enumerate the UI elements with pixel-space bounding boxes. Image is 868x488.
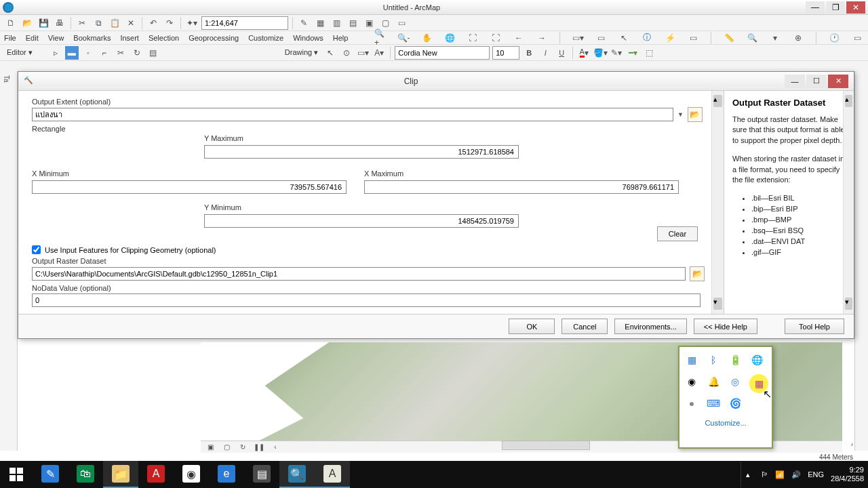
menu-insert[interactable]: Insert [120,34,139,42]
select-icon[interactable]: ↖ [323,46,337,60]
scroll-down-icon[interactable]: ▾ [845,298,852,310]
scale-input[interactable] [201,16,288,30]
split-icon[interactable]: ✂ [114,46,127,60]
ymax-input[interactable] [204,145,519,159]
menu-view[interactable]: View [48,34,64,42]
start-button[interactable] [0,461,33,488]
print-icon[interactable]: 🖶 [53,16,66,30]
environments-button[interactable]: Environments... [614,319,686,334]
new-icon[interactable]: 🗋 [4,16,18,30]
browse-extent-button[interactable]: 📂 [688,107,703,122]
tray-app-icon[interactable]: ▦ [684,352,699,367]
rotate-icon[interactable]: ↻ [130,46,144,60]
task-explorer[interactable]: 📁 [103,461,138,488]
left-panel-tab[interactable]: Ta [0,71,18,451]
help-scrollbar[interactable]: ▴ ▾ [843,91,854,314]
select-features-icon[interactable]: ▭▾ [571,31,585,45]
menu-windows[interactable]: Windows [293,34,323,42]
menu-edit[interactable]: Edit [26,34,39,42]
sphere-icon[interactable]: ● [684,396,699,411]
xmax-input[interactable] [364,180,679,194]
text-icon[interactable]: A▾ [372,46,386,60]
paste-icon[interactable]: 📋 [108,16,121,30]
refresh-icon[interactable]: ↻ [236,441,250,454]
font-select[interactable] [395,46,490,60]
scroll-up-icon[interactable]: ▴ [845,95,852,107]
ok-button[interactable]: OK [509,319,555,334]
add-data-icon[interactable]: ✦▾ [185,16,199,30]
search-icon[interactable]: ▤ [346,16,359,30]
forward-icon[interactable]: → [535,31,549,45]
task-chrome[interactable]: ◉ [174,461,209,488]
clear-selection-icon[interactable]: ▭ [594,31,608,45]
globe-icon[interactable]: 🌐 [749,352,764,367]
tray-expand-icon[interactable]: ▴ [741,462,754,487]
keyboard-icon[interactable]: ⌨ [706,396,721,411]
network-icon[interactable]: 📶 [775,470,785,479]
xmin-input[interactable] [32,180,347,194]
close-button[interactable]: ✕ [846,1,865,14]
editor-tool-icon[interactable]: ▹ [49,46,62,60]
hyperlink-icon[interactable]: ⚡ [663,31,677,45]
task-app-2[interactable]: ▤ [244,461,279,488]
dialog-minimize-button[interactable]: — [785,75,805,88]
select-elements-icon[interactable]: ↖ [617,31,631,45]
reshape-icon[interactable]: ⌐ [98,46,111,60]
tool-help-button[interactable]: Tool Help [785,319,844,334]
layout-view-icon[interactable]: ▢ [220,441,233,454]
fixed-zoom-out-icon[interactable]: ⛶ [489,31,502,45]
task-app-1[interactable]: ✎ [33,461,68,488]
back-icon[interactable]: ← [512,31,526,45]
output-raster-input[interactable] [32,267,686,281]
pan-icon[interactable]: ✋ [420,31,433,45]
form-scrollbar[interactable]: ▴ ▾ [711,91,724,314]
viewer-icon[interactable]: ▭ [850,31,864,45]
battery-icon[interactable]: 🔋 [728,352,743,367]
save-icon[interactable]: 💾 [37,16,50,30]
python-icon[interactable]: ▣ [362,16,376,30]
clock[interactable]: 9:29 28/4/2558 [831,466,864,483]
zoom-out-icon[interactable]: 🔍- [397,31,410,45]
menu-geoprocessing[interactable]: Geoprocessing [189,34,239,42]
html-popup-icon[interactable]: ▭ [686,31,700,45]
scroll-left-icon[interactable]: ‹ [269,441,282,454]
edit-vertices-icon[interactable]: ◦ [81,46,95,60]
tray-highlighted-icon[interactable]: ▦ [749,374,768,393]
chrome-icon[interactable]: ◉ [684,374,699,389]
find-route-icon[interactable]: ▾ [768,31,782,45]
hide-help-button[interactable]: << Hide Help [694,319,757,334]
dialog-title-bar[interactable]: 🔨 Clip — ☐ ✕ [18,72,854,91]
flag-icon[interactable]: 🏳 [761,470,768,479]
menu-bookmarks[interactable]: Bookmarks [73,34,111,42]
bell-icon[interactable]: 🔔 [706,374,721,389]
task-arcmap[interactable]: 🔍 [279,461,315,488]
find-icon[interactable]: 🔍 [745,31,759,45]
measure-icon[interactable]: 📏 [722,31,736,45]
rotate-draw-icon[interactable]: ⊙ [340,46,353,60]
scroll-down-icon[interactable]: ▾ [713,298,722,310]
menu-file[interactable]: File [4,34,16,42]
circle-icon[interactable]: ◎ [728,374,743,389]
swirl-icon[interactable]: 🌀 [728,396,743,411]
copy-icon[interactable]: ⧉ [92,16,105,30]
font-color-icon[interactable]: A▾ [577,46,591,60]
data-view-icon[interactable]: ▣ [203,441,217,454]
pause-icon[interactable]: ❚❚ [252,441,266,454]
menu-help[interactable]: Help [333,34,349,42]
open-icon[interactable]: 📂 [20,16,34,30]
use-input-features-checkbox[interactable] [32,245,41,254]
editor-dropdown[interactable]: Editor ▾ [7,48,33,57]
model-icon[interactable]: ▢ [378,16,392,30]
zoom-in-icon[interactable]: 🔍+ [374,31,387,45]
cut-icon[interactable]: ✂ [75,16,89,30]
language-indicator[interactable]: ENG [808,470,824,479]
task-adobe[interactable]: A [138,461,174,488]
marker-color-icon[interactable]: ━▾ [626,46,639,60]
goto-xy-icon[interactable]: ⊕ [791,31,805,45]
delete-icon[interactable]: ✕ [124,16,138,30]
clear-button[interactable]: Clear [657,226,698,241]
rectangle-icon[interactable]: ▭▾ [356,46,370,60]
scroll-right-icon[interactable]: › [851,441,853,448]
bluetooth-icon[interactable]: ᛒ [706,352,721,367]
map-scrollbar-h[interactable] [502,441,590,450]
